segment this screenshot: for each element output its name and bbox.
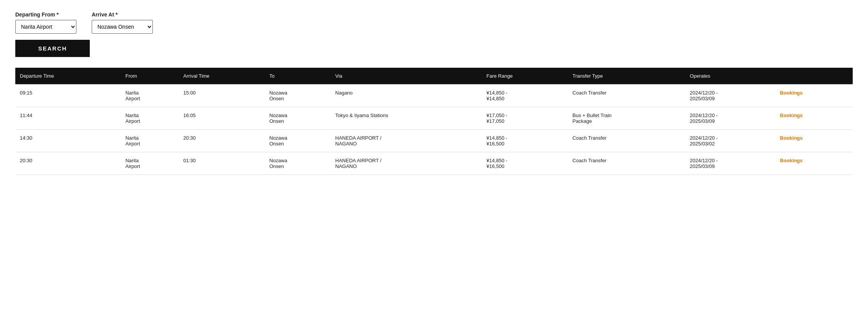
col-from: From (121, 68, 178, 85)
cell-to: NozawaOnsen (265, 130, 331, 152)
col-via: Via (331, 68, 482, 85)
cell-departure-time: 14:30 (15, 130, 121, 152)
bookings-link[interactable]: Bookings (780, 135, 803, 141)
cell-from: NaritaAirport (121, 130, 178, 152)
table-row: 11:44NaritaAirport16:05NozawaOnsenTokyo … (15, 107, 853, 130)
col-departure-time: Departure Time (15, 68, 121, 85)
bookings-link[interactable]: Bookings (780, 112, 803, 118)
cell-bookings[interactable]: Bookings (776, 107, 853, 130)
cell-departure-time: 20:30 (15, 152, 121, 175)
departing-from-group: Departing From * Narita Airport Haneda A… (15, 11, 76, 34)
cell-transfer-type: Coach Transfer (568, 85, 685, 107)
cell-from: NaritaAirport (121, 85, 178, 107)
table-header-row: Departure Time From Arrival Time To Via … (15, 68, 853, 85)
results-table: Departure Time From Arrival Time To Via … (15, 68, 853, 175)
cell-bookings[interactable]: Bookings (776, 130, 853, 152)
form-row: Departing From * Narita Airport Haneda A… (15, 11, 853, 34)
cell-arrival-time: 20:30 (179, 130, 265, 152)
departing-from-label: Departing From * (15, 11, 76, 18)
col-bookings (776, 68, 853, 85)
col-to: To (265, 68, 331, 85)
cell-operates: 2024/12/20 -2025/03/09 (685, 85, 776, 107)
cell-bookings[interactable]: Bookings (776, 85, 853, 107)
search-form: Departing From * Narita Airport Haneda A… (15, 11, 853, 57)
cell-operates: 2024/12/20 -2025/03/02 (685, 130, 776, 152)
arrive-at-group: Arrive At * Nozawa Onsen Nagano Hakuba (92, 11, 153, 34)
cell-bookings[interactable]: Bookings (776, 152, 853, 175)
arrive-at-label: Arrive At * (92, 11, 153, 18)
arrive-at-select[interactable]: Nozawa Onsen Nagano Hakuba (92, 20, 153, 34)
cell-to: NozawaOnsen (265, 85, 331, 107)
cell-transfer-type: Coach Transfer (568, 152, 685, 175)
cell-transfer-type: Coach Transfer (568, 130, 685, 152)
bookings-link[interactable]: Bookings (780, 158, 803, 163)
table-row: 14:30NaritaAirport20:30NozawaOnsenHANEDA… (15, 130, 853, 152)
col-arrival-time: Arrival Time (179, 68, 265, 85)
cell-to: NozawaOnsen (265, 107, 331, 130)
departing-from-select[interactable]: Narita Airport Haneda Airport Tokyo Stat… (15, 20, 76, 34)
col-transfer-type: Transfer Type (568, 68, 685, 85)
cell-fare-range: ¥14,850 -¥16,500 (482, 152, 568, 175)
cell-departure-time: 09:15 (15, 85, 121, 107)
table-row: 09:15NaritaAirport15:00NozawaOnsenNagano… (15, 85, 853, 107)
cell-from: NaritaAirport (121, 107, 178, 130)
search-button[interactable]: SEARCH (15, 40, 90, 57)
cell-arrival-time: 15:00 (179, 85, 265, 107)
cell-operates: 2024/12/20 -2025/03/09 (685, 152, 776, 175)
cell-arrival-time: 16:05 (179, 107, 265, 130)
cell-operates: 2024/12/20 -2025/03/09 (685, 107, 776, 130)
cell-via: HANEDA AIRPORT /NAGANO (331, 152, 482, 175)
cell-transfer-type: Bus + Bullet TrainPackage (568, 107, 685, 130)
cell-via: Nagano (331, 85, 482, 107)
cell-fare-range: ¥17,050 -¥17,050 (482, 107, 568, 130)
cell-fare-range: ¥14,850 -¥16,500 (482, 130, 568, 152)
cell-departure-time: 11:44 (15, 107, 121, 130)
cell-fare-range: ¥14,850 -¥14,850 (482, 85, 568, 107)
cell-to: NozawaOnsen (265, 152, 331, 175)
cell-from: NaritaAirport (121, 152, 178, 175)
table-row: 20:30NaritaAirport01:30NozawaOnsenHANEDA… (15, 152, 853, 175)
bookings-link[interactable]: Bookings (780, 90, 803, 96)
col-fare-range: Fare Range (482, 68, 568, 85)
cell-arrival-time: 01:30 (179, 152, 265, 175)
cell-via: HANEDA AIRPORT /NAGANO (331, 130, 482, 152)
col-operates: Operates (685, 68, 776, 85)
cell-via: Tokyo & Iiyama Stations (331, 107, 482, 130)
